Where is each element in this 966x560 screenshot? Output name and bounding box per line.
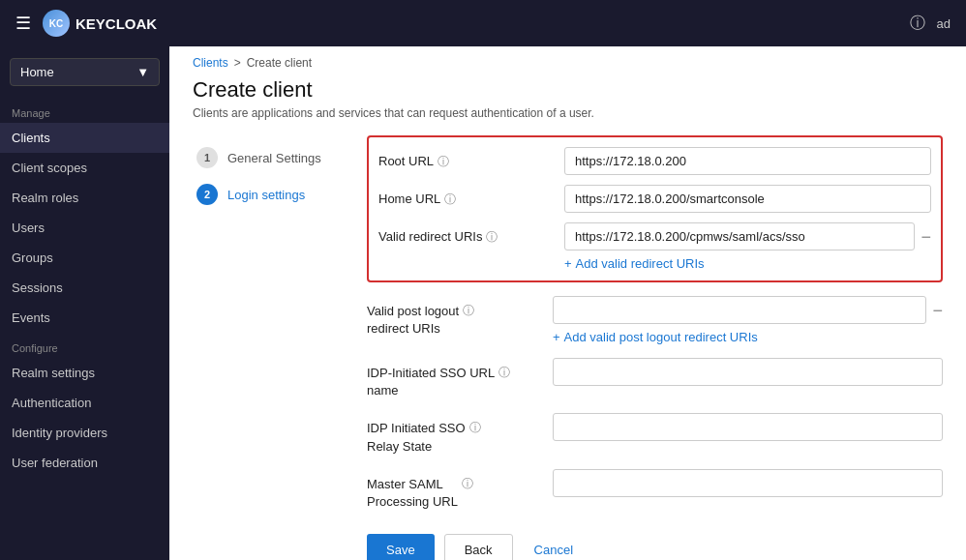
top-navigation: ☰ KC KEYCLOAK ⓘ ad — [0, 0, 966, 46]
sidebar-item-users[interactable]: Users — [0, 213, 169, 243]
idp-sso-url-name-input[interactable] — [553, 358, 943, 386]
sidebar-item-identity-providers[interactable]: Identity providers — [0, 418, 169, 448]
add-post-logout-link[interactable]: + Add valid post logout redirect URIs — [553, 330, 943, 344]
sidebar-item-authentication[interactable]: Authentication — [0, 388, 169, 418]
logo-text: KEYCLOAK — [75, 15, 157, 32]
idp-sso-relay-state-input[interactable] — [553, 413, 943, 441]
root-url-help-icon[interactable]: ⓘ — [438, 154, 449, 170]
help-icon[interactable]: ⓘ — [910, 14, 925, 34]
post-logout-help-icon[interactable]: ⓘ — [463, 303, 474, 319]
user-label[interactable]: ad — [937, 16, 951, 31]
sidebar-item-events[interactable]: Events — [0, 303, 169, 333]
redirect-uris-input-wrap: − + Add valid redirect URIs — [564, 222, 931, 271]
home-url-input-wrap — [564, 185, 931, 213]
logo: KC KEYCLOAK — [43, 10, 157, 37]
step-1-circle: 1 — [196, 147, 218, 168]
redirect-uri-input-1[interactable] — [564, 222, 915, 251]
sidebar-item-label: Realm settings — [12, 366, 95, 380]
logo-icon: KC — [43, 10, 70, 37]
sidebar-item-realm-roles[interactable]: Realm roles — [0, 183, 169, 213]
post-logout-remove[interactable]: − — [932, 302, 943, 319]
form-group-idp-sso-url-name: IDP-Initiated SSO URLname ⓘ — [367, 358, 943, 399]
sidebar-item-sessions[interactable]: Sessions — [0, 273, 169, 303]
master-saml-url-input[interactable] — [553, 469, 943, 497]
main-content: Clients > Create client Create client Cl… — [169, 46, 966, 560]
form-group-idp-sso-relay-state: IDP Initiated SSORelay State ⓘ — [367, 413, 943, 455]
realm-selector[interactable]: Home ▼ — [10, 58, 160, 86]
master-saml-url-label: Master SAMLProcessing URL ⓘ — [367, 469, 541, 511]
home-url-label: Home URL ⓘ — [378, 185, 553, 208]
master-saml-url-help-icon[interactable]: ⓘ — [462, 476, 473, 492]
page-subtitle: Clients are applications and services th… — [193, 106, 943, 120]
page-header: Create client Clients are applications a… — [169, 70, 966, 132]
redirect-uri-remove-1[interactable]: − — [921, 228, 931, 246]
redirect-uris-label: Valid redirect URIs ⓘ — [378, 222, 553, 246]
back-button[interactable]: Back — [444, 534, 513, 560]
sidebar-item-label: Events — [12, 310, 50, 325]
sidebar: Home ▼ Manage Clients Client scopes Real… — [0, 46, 169, 560]
home-url-help-icon[interactable]: ⓘ — [444, 192, 456, 208]
chevron-down-icon: ▼ — [136, 65, 149, 79]
add-post-logout-label: Add valid post logout redirect URIs — [564, 330, 758, 344]
highlight-section: Root URL ⓘ Home URL ⓘ — [367, 135, 943, 282]
redirect-uris-help-icon[interactable]: ⓘ — [486, 229, 498, 246]
sidebar-item-label: User federation — [12, 456, 98, 470]
form-group-home-url: Home URL ⓘ — [378, 185, 931, 213]
menu-icon[interactable]: ☰ — [15, 13, 31, 34]
sidebar-item-label: Clients — [12, 131, 50, 145]
idp-sso-url-name-help-icon[interactable]: ⓘ — [498, 365, 510, 381]
root-url-input-wrap — [564, 147, 931, 175]
sidebar-item-clients[interactable]: Clients — [0, 123, 169, 153]
sidebar-item-label: Realm roles — [12, 191, 78, 205]
post-logout-uri-row: − — [553, 296, 943, 324]
home-url-input[interactable] — [564, 185, 931, 213]
form-panel: Root URL ⓘ Home URL ⓘ — [367, 132, 943, 560]
step-2-label: Login settings — [227, 188, 305, 202]
sidebar-item-label: Users — [12, 221, 45, 235]
root-url-label: Root URL ⓘ — [378, 147, 553, 170]
cancel-button[interactable]: Cancel — [523, 534, 585, 560]
add-redirect-uri-link[interactable]: + Add valid redirect URIs — [564, 256, 931, 271]
action-bar: Save Back Cancel — [367, 534, 943, 560]
step-1[interactable]: 1 General Settings — [193, 139, 367, 176]
step-1-label: General Settings — [227, 151, 321, 165]
sidebar-item-user-federation[interactable]: User federation — [0, 448, 169, 478]
plus-icon-2: + — [553, 330, 560, 344]
breadcrumb-separator: > — [234, 56, 241, 70]
section-configure-label: Configure — [0, 333, 169, 358]
sidebar-item-label: Identity providers — [12, 426, 107, 440]
breadcrumb: Clients > Create client — [169, 46, 966, 70]
post-logout-label: Valid post logoutredirect URIs ⓘ — [367, 296, 541, 338]
sidebar-item-label: Groups — [12, 251, 53, 265]
post-logout-input-wrap: − + Add valid post logout redirect URIs — [553, 296, 943, 344]
add-redirect-uri-label: Add valid redirect URIs — [576, 256, 705, 271]
idp-sso-relay-state-input-wrap — [553, 413, 943, 441]
page-title: Create client — [193, 77, 943, 103]
sidebar-item-client-scopes[interactable]: Client scopes — [0, 153, 169, 183]
sidebar-item-label: Authentication — [12, 396, 91, 410]
sidebar-item-realm-settings[interactable]: Realm settings — [0, 358, 169, 388]
step-2-circle: 2 — [196, 184, 218, 205]
step-2[interactable]: 2 Login settings — [193, 176, 367, 213]
section-manage-label: Manage — [0, 98, 169, 123]
master-saml-url-input-wrap — [553, 469, 943, 497]
steps-panel: 1 General Settings 2 Login settings — [193, 132, 367, 560]
redirect-uri-row-1: − — [564, 222, 931, 251]
sidebar-item-label: Client scopes — [12, 161, 87, 175]
post-logout-uri-input[interactable] — [553, 296, 926, 324]
form-group-post-logout: Valid post logoutredirect URIs ⓘ − + Add… — [367, 296, 943, 344]
plus-icon: + — [564, 256, 572, 271]
root-url-input[interactable] — [564, 147, 931, 175]
idp-sso-url-name-input-wrap — [553, 358, 943, 386]
idp-sso-relay-state-label: IDP Initiated SSORelay State ⓘ — [367, 413, 541, 455]
form-group-redirect-uris: Valid redirect URIs ⓘ − + Add valid redi… — [378, 222, 931, 271]
breadcrumb-clients-link[interactable]: Clients — [193, 56, 228, 70]
form-group-master-saml-url: Master SAMLProcessing URL ⓘ — [367, 469, 943, 511]
sidebar-item-groups[interactable]: Groups — [0, 243, 169, 273]
sidebar-item-label: Sessions — [12, 280, 63, 295]
realm-selector-label: Home — [20, 65, 54, 79]
idp-sso-url-name-label: IDP-Initiated SSO URLname ⓘ — [367, 358, 541, 399]
idp-sso-relay-state-help-icon[interactable]: ⓘ — [469, 420, 481, 436]
form-group-root-url: Root URL ⓘ — [378, 147, 931, 175]
save-button[interactable]: Save — [367, 534, 435, 560]
